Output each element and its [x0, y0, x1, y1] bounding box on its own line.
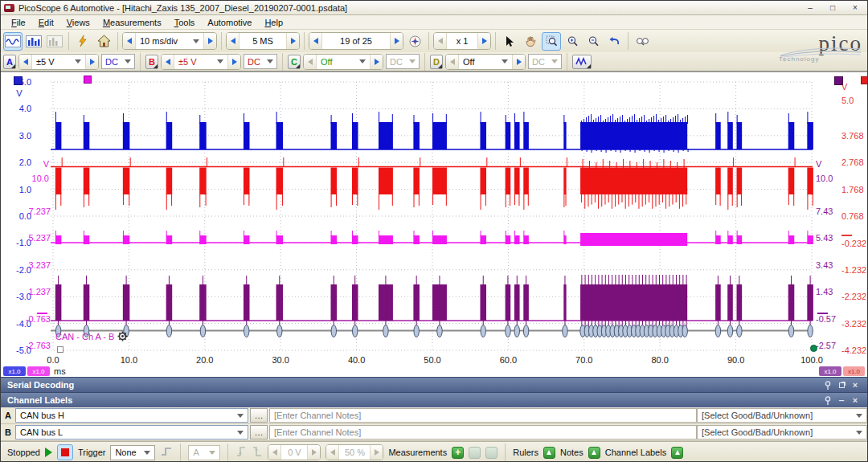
pin-icon[interactable]	[822, 395, 833, 405]
corner-checkbox[interactable]	[57, 346, 63, 353]
add-measurement-button[interactable]: +	[452, 447, 464, 459]
undo-zoom-button[interactable]	[604, 32, 624, 51]
purple-offset-marker[interactable]	[834, 76, 843, 85]
gear-icon[interactable]	[117, 331, 128, 341]
window-zoom-tool[interactable]	[542, 32, 561, 51]
trigger-mode-select[interactable]: None	[110, 445, 155, 460]
stop-button[interactable]	[57, 444, 73, 460]
home-button[interactable]	[94, 32, 113, 51]
channel-b-button[interactable]: B	[145, 55, 158, 69]
notes-toggle-button[interactable]	[588, 447, 600, 459]
restore-icon[interactable]	[836, 380, 847, 390]
magenta-scale-tag[interactable]: x1.0	[27, 366, 50, 376]
notes-label: Notes	[560, 448, 583, 457]
close-button[interactable]: ×	[846, 2, 864, 13]
axis-tick: 5.0	[841, 96, 866, 105]
samples-next-button[interactable]	[286, 33, 299, 49]
channel-d-range-value: Off	[463, 57, 474, 67]
spectrum-view-button[interactable]	[24, 32, 43, 51]
row-a-more-button[interactable]: …	[250, 408, 268, 423]
channel-a-scale-tag[interactable]: x1.0	[3, 366, 26, 376]
channel-labels-header[interactable]: Channel Labels ‒ ×	[1, 392, 867, 407]
channel-b-range-next[interactable]	[227, 55, 240, 69]
minimize-button[interactable]: –	[801, 2, 819, 13]
menu-file[interactable]: File	[6, 17, 31, 28]
channel-d-range-next[interactable]	[512, 55, 525, 69]
chevron-down-icon	[144, 451, 150, 455]
menu-help[interactable]: Help	[259, 17, 289, 28]
samples-value[interactable]: 5 MS	[240, 33, 286, 49]
row-b-more-button[interactable]: …	[250, 425, 268, 440]
magenta-zero-marker[interactable]	[37, 313, 47, 314]
channel-b-scale-tag[interactable]: x1.0	[843, 366, 865, 376]
zoom-factor-next-button[interactable]	[477, 33, 490, 49]
pin-icon[interactable]	[822, 380, 833, 390]
waveform-plot[interactable]	[1, 72, 868, 378]
samples-prev-button[interactable]	[227, 33, 240, 49]
axis-tick: 100.0	[794, 355, 829, 365]
awg-button[interactable]	[572, 55, 592, 69]
menu-views[interactable]: Views	[61, 17, 96, 28]
axis-tick: 3.43	[816, 260, 843, 270]
chevron-down-icon	[237, 431, 244, 435]
timebase-prev-button[interactable]	[123, 33, 136, 49]
start-button[interactable]	[45, 448, 52, 457]
channel-d-range-select[interactable]: Off	[459, 55, 512, 69]
chevron-down-icon	[359, 59, 366, 63]
zoom-out-tool[interactable]	[583, 32, 603, 51]
axis-tick: -0.57	[816, 314, 843, 324]
normal-selection-tool[interactable]	[500, 32, 519, 51]
menu-edit[interactable]: Edit	[33, 17, 59, 28]
magenta-offset-marker[interactable]	[84, 76, 92, 84]
menu-measurements[interactable]: Measurements	[97, 17, 167, 28]
channel-a-button[interactable]: A	[3, 55, 16, 69]
channel-a-offset-marker[interactable]	[14, 76, 23, 85]
channel-b-range-select[interactable]: ±5 V	[174, 55, 227, 69]
close-panel-icon[interactable]: ×	[850, 395, 861, 405]
purple-zero-marker[interactable]	[817, 313, 828, 314]
hand-tool[interactable]	[521, 32, 540, 51]
timebase-select[interactable]: 10 ms/div	[136, 33, 203, 49]
falling-edge-icon	[252, 446, 263, 459]
purple-scale-tag[interactable]: x1.0	[819, 366, 841, 376]
toolbar-separator	[221, 32, 222, 50]
close-panel-icon[interactable]: ×	[850, 380, 861, 390]
row-a-notes-input[interactable]: [Enter Channel Notes]	[269, 408, 697, 423]
menu-automotive[interactable]: Automotive	[202, 17, 257, 28]
row-a-label-select[interactable]: CAN bus H	[15, 408, 248, 423]
channel-b-zero-marker[interactable]	[841, 235, 852, 236]
row-b-notes-input[interactable]: [Enter Channel Notes]	[269, 425, 697, 440]
timebase-next-button[interactable]	[203, 33, 216, 49]
rulers-toggle-button[interactable]	[543, 447, 555, 459]
channel-a-range-next[interactable]	[85, 55, 98, 69]
zoom-overview-button[interactable]	[633, 32, 652, 51]
row-a-status-select[interactable]: [Select Good/Bad/Unknown]	[697, 408, 867, 423]
row-b-label-select[interactable]: CAN bus L	[15, 425, 248, 440]
buffer-overview-button[interactable]	[405, 32, 424, 51]
channel-a-range-select[interactable]: ±5 V	[32, 55, 85, 69]
channel-b-offset-marker[interactable]	[861, 76, 868, 84]
scope-view-button[interactable]	[3, 32, 23, 51]
channel-b-coupling-select[interactable]: DC	[244, 54, 277, 69]
maximize-button[interactable]: □	[824, 2, 841, 13]
buffer-next-button[interactable]	[390, 33, 403, 49]
channel-c-range-next[interactable]	[370, 55, 383, 69]
wand-icon	[76, 35, 89, 47]
zoom-in-tool[interactable]	[563, 32, 582, 51]
buffer-prev-button[interactable]	[309, 33, 322, 49]
trigger-marker-dot[interactable]	[810, 345, 817, 352]
auto-setup-button[interactable]	[73, 32, 92, 51]
menu-tools[interactable]: Tools	[169, 17, 201, 28]
minimize-panel-icon[interactable]: ‒	[836, 395, 847, 405]
zoom-out-icon	[588, 35, 600, 47]
channel-b-range-prev[interactable]	[162, 55, 174, 69]
channel-d-button[interactable]: D	[430, 55, 443, 69]
axis-tick: -2.763	[22, 341, 51, 350]
channel-a-range-prev[interactable]	[19, 55, 32, 69]
channel-labels-toggle-button[interactable]	[671, 447, 683, 459]
channel-c-button[interactable]: C	[288, 55, 301, 69]
row-b-status-select[interactable]: [Select Good/Bad/Unknown]	[697, 425, 867, 440]
channel-a-coupling-select[interactable]: DC	[101, 54, 135, 69]
channel-c-range-select[interactable]: Off	[317, 55, 370, 69]
chevron-down-icon	[125, 59, 131, 63]
